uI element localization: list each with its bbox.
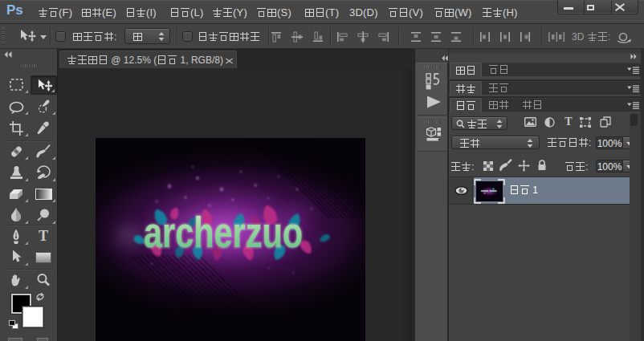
svg-text:archerzuo: archerzuo — [144, 208, 303, 256]
